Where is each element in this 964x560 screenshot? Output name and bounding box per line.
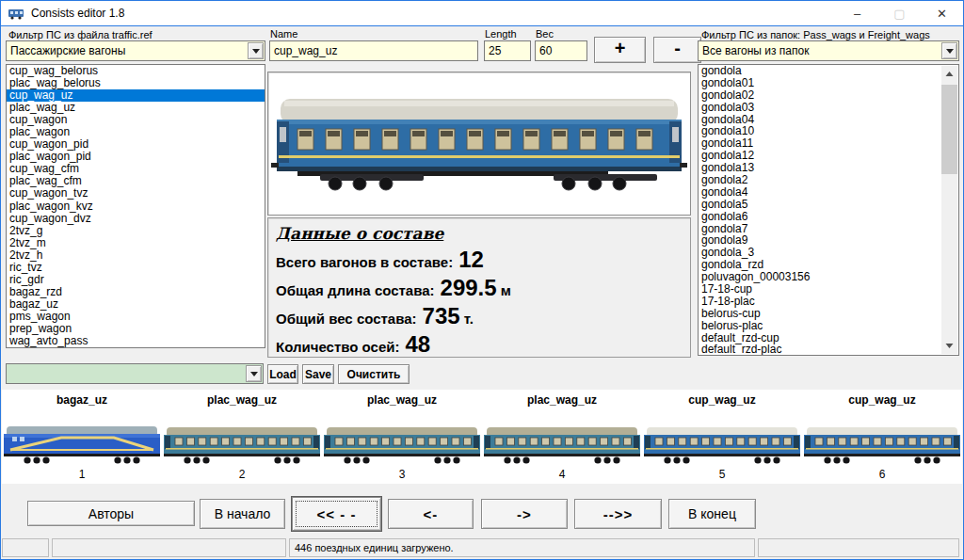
list-item[interactable]: gondola5 — [699, 199, 941, 211]
folder-wagon-list[interactable]: gondolagondola01gondola02gondola03gondol… — [699, 65, 941, 355]
list-item[interactable]: ric_tvz — [7, 262, 265, 274]
wagon-label: plac_wag_uz — [162, 393, 322, 407]
info-value: 299.5 — [441, 275, 497, 301]
selected-wagon-image — [271, 93, 687, 193]
consist-wagon-6[interactable]: cup_wag_uz6 — [802, 390, 962, 484]
wagon-label: bagaz_uz — [2, 393, 162, 407]
list-item[interactable]: gondola4 — [699, 186, 941, 199]
chevron-down-icon[interactable] — [246, 365, 262, 382]
left-filter-label: Фильтр ПС из файла traffic.ref — [8, 29, 153, 40]
info-label: Общая длина состава: — [276, 282, 435, 298]
statusbar-panel — [758, 538, 959, 557]
to-end-button[interactable]: В конец — [668, 499, 756, 529]
list-item[interactable]: gondola03 — [699, 102, 941, 114]
consist-wagon-3[interactable]: plac_wag_uz3 — [322, 390, 482, 484]
list-item[interactable]: 2tvz_g — [7, 225, 265, 237]
consist-wagon-4[interactable]: plac_wag_uz4 — [482, 390, 642, 484]
list-item[interactable]: belorus-plac — [699, 320, 941, 332]
wagon-number: 4 — [482, 468, 642, 481]
remove-wagon-button[interactable]: - — [653, 37, 701, 63]
left-filter-value: Пассажирские вагоны — [10, 44, 246, 57]
vertical-scrollbar[interactable] — [941, 66, 957, 354]
list-item[interactable]: 17-18-cup — [699, 283, 941, 296]
chevron-down-icon[interactable] — [941, 42, 957, 59]
scroll-up-icon[interactable] — [941, 66, 957, 82]
wagon-image — [643, 422, 801, 467]
traffic-wagon-list[interactable]: cup_wag_belorusplac_wag_beloruscup_wag_u… — [6, 64, 265, 348]
left-filter-combobox[interactable]: Пассажирские вагоны — [6, 40, 265, 61]
statusbar-panel: 446 поездных единиц загружено. — [289, 538, 755, 557]
list-item[interactable]: gondola2 — [699, 174, 941, 186]
list-item[interactable]: gondola01 — [699, 77, 941, 89]
consist-info-title: Данные о составе — [276, 224, 690, 243]
authors-button[interactable]: Авторы — [27, 501, 195, 526]
add-wagon-button[interactable]: + — [594, 37, 646, 63]
close-icon[interactable]: ✕ — [921, 1, 963, 25]
scroll-down-icon[interactable] — [941, 338, 957, 354]
list-item[interactable]: 2tvz_h — [7, 249, 265, 262]
list-item[interactable]: 17-18-plac — [699, 296, 941, 308]
info-row-total-wagons: Всего вагонов в составе: 12 — [276, 247, 690, 275]
consist-wagon-1[interactable]: bagaz_uz1 — [2, 390, 162, 484]
load-button[interactable]: Load — [267, 364, 298, 384]
clear-button[interactable]: Очистить — [338, 364, 410, 384]
back-button[interactable]: <- — [388, 499, 474, 529]
fast-forward-button[interactable]: -->> — [574, 499, 662, 529]
list-item[interactable]: wag_avto_pass — [7, 335, 265, 347]
statusbar-text — [53, 539, 285, 542]
wagon-number: 2 — [162, 468, 322, 481]
window-title: Consists editor 1.8 — [31, 7, 124, 20]
list-item[interactable]: gondola6 — [699, 211, 941, 223]
list-item[interactable]: plac_wagon_kvz — [7, 200, 265, 213]
weight-field[interactable]: 60 — [535, 40, 587, 61]
right-filter-combobox[interactable]: Все вагоны из папок — [698, 40, 959, 61]
list-item[interactable]: cup_wagon_tvz — [7, 187, 265, 200]
statusbar-text — [759, 539, 958, 542]
list-item[interactable]: default_rzd-plac — [699, 344, 941, 355]
info-value: 12 — [458, 247, 484, 273]
list-item[interactable]: gondola — [699, 65, 941, 77]
name-field[interactable]: cup_wag_uz — [269, 40, 478, 61]
consist-wagon-5[interactable]: cup_wag_uz5 — [642, 390, 802, 484]
scrollbar-thumb[interactable] — [941, 85, 957, 174]
length-label: Length — [485, 28, 517, 40]
maximize-icon: ▢ — [878, 1, 921, 25]
weight-label: Вес — [536, 28, 554, 40]
wagon-preview-panel — [267, 72, 691, 216]
fast-back-button[interactable]: << - - — [292, 497, 381, 531]
forward-button[interactable]: -> — [481, 499, 568, 529]
wagon-image — [323, 422, 481, 467]
to-start-button[interactable]: В начало — [200, 499, 285, 529]
list-item[interactable]: belorus-cup — [699, 308, 941, 320]
statusbar-message: 446 поездных единиц загружено. — [290, 539, 754, 553]
info-unit: т. — [464, 311, 474, 327]
consist-name-combobox[interactable] — [6, 363, 264, 384]
chevron-down-icon[interactable] — [248, 42, 264, 59]
list-item[interactable]: gondola02 — [699, 89, 941, 102]
folder-wagon-listbox[interactable]: gondolagondola01gondola02gondola03gondol… — [698, 64, 959, 356]
wagon-number: 6 — [802, 468, 962, 481]
info-row-total-weight: Общий вес состава: 735 т. — [276, 303, 690, 331]
list-item[interactable]: 2tvz_m — [7, 237, 265, 249]
list-item[interactable]: ric_gdr — [7, 274, 265, 286]
statusbar-text — [3, 539, 48, 542]
wagon-image — [803, 422, 961, 467]
list-item[interactable]: bagaz_rzd — [7, 286, 265, 298]
wagon-number: 5 — [642, 468, 802, 481]
length-field[interactable]: 25 — [484, 40, 531, 61]
wagon-image — [3, 422, 161, 467]
wagon-image — [163, 422, 321, 467]
consist-wagon-2[interactable]: plac_wag_uz2 — [162, 390, 322, 484]
info-row-total-length: Общая длина состава: 299.5 м — [276, 275, 690, 303]
info-unit: м — [501, 282, 511, 298]
info-label: Количество осей: — [276, 339, 399, 355]
wagon-number: 3 — [322, 468, 482, 481]
list-item[interactable]: bagaz_uz — [7, 298, 265, 311]
right-filter-label: Фильтр ПС из папок: Pass_wags и Freight_… — [701, 29, 930, 40]
statusbar-panel — [2, 538, 49, 557]
wagon-label: cup_wag_uz — [642, 393, 802, 407]
minimize-icon[interactable]: – — [836, 1, 878, 25]
name-label: Name — [270, 28, 297, 40]
save-button[interactable]: Save — [302, 364, 334, 384]
list-item[interactable]: cup_wagon_dvz — [7, 213, 265, 225]
